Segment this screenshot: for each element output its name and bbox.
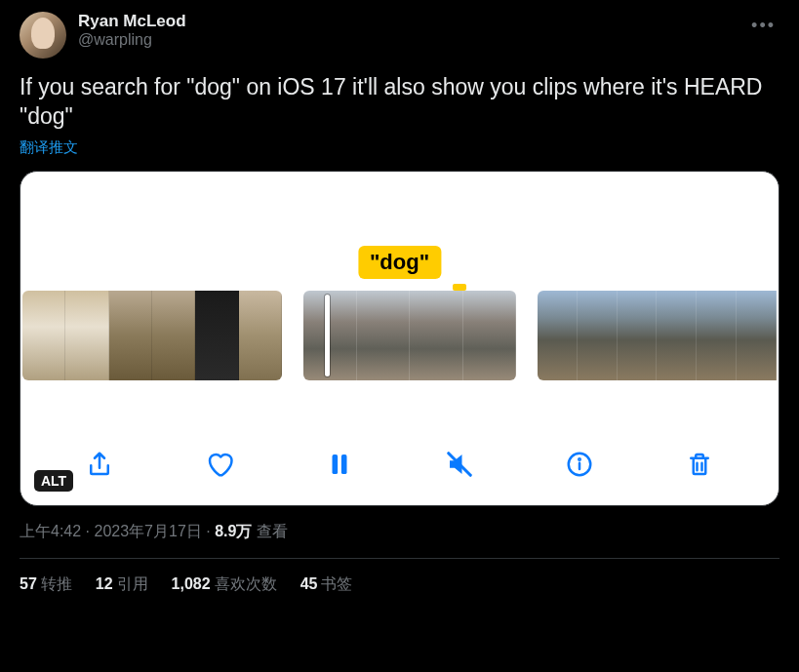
more-icon[interactable]: ••• xyxy=(747,12,779,40)
video-frame xyxy=(357,291,411,380)
pause-icon xyxy=(325,450,354,479)
video-frame xyxy=(657,291,697,380)
video-filmstrip xyxy=(20,291,779,380)
author-handle: @warpling xyxy=(78,31,736,49)
tweet-stats: 57转推 12引用 1,082喜欢次数 45书签 xyxy=(20,559,779,595)
search-term-tooltip: "dog" xyxy=(358,246,441,279)
video-frame xyxy=(195,291,238,380)
likes-stat[interactable]: 1,082喜欢次数 xyxy=(172,574,277,595)
retweets-count: 57 xyxy=(20,575,37,592)
views-count: 8.9万 xyxy=(215,523,252,539)
video-frame xyxy=(737,291,777,380)
heart-icon xyxy=(205,450,234,479)
video-frame xyxy=(65,291,108,380)
retweets-stat[interactable]: 57转推 xyxy=(20,574,72,595)
likes-count: 1,082 xyxy=(172,575,211,592)
tweet-date[interactable]: 2023年7月17日 xyxy=(94,523,201,539)
clip-group[interactable] xyxy=(22,291,282,380)
retweets-label: 转推 xyxy=(41,575,72,592)
video-frame xyxy=(152,291,195,380)
svg-point-5 xyxy=(579,458,580,460)
video-frame xyxy=(618,291,658,380)
favorite-button[interactable] xyxy=(200,445,239,484)
svg-rect-0 xyxy=(333,455,339,474)
clip-group[interactable] xyxy=(538,291,777,380)
quotes-count: 12 xyxy=(96,575,113,592)
pause-button[interactable] xyxy=(320,445,359,484)
video-frame xyxy=(463,291,517,380)
bookmarks-label: 书签 xyxy=(321,575,352,592)
bookmarks-stat[interactable]: 45书签 xyxy=(300,574,353,595)
share-icon xyxy=(85,450,114,479)
clip-group-active[interactable] xyxy=(303,291,516,380)
views-label[interactable]: 查看 xyxy=(257,523,288,539)
video-frame xyxy=(538,291,578,380)
video-frame xyxy=(697,291,737,380)
quotes-stat[interactable]: 12引用 xyxy=(96,574,148,595)
author-names[interactable]: Ryan McLeod @warpling xyxy=(78,12,736,49)
delete-button[interactable] xyxy=(680,445,719,484)
avatar[interactable] xyxy=(20,12,66,59)
alt-badge[interactable]: ALT xyxy=(34,470,73,492)
video-frame xyxy=(410,291,463,380)
quotes-label: 引用 xyxy=(117,575,148,592)
mute-button[interactable] xyxy=(440,445,479,484)
trash-icon xyxy=(685,450,714,479)
likes-label: 喜欢次数 xyxy=(215,575,277,592)
video-frame xyxy=(239,291,282,380)
tweet-header: Ryan McLeod @warpling ••• xyxy=(20,12,779,59)
video-frame xyxy=(22,291,65,380)
video-frame xyxy=(578,291,618,380)
share-button[interactable] xyxy=(80,445,119,484)
speaker-muted-icon xyxy=(445,450,474,479)
tweet-time[interactable]: 上午4:42 xyxy=(20,523,81,539)
playhead-marker-icon xyxy=(453,284,466,291)
info-icon xyxy=(565,450,594,479)
svg-rect-1 xyxy=(341,455,347,474)
bookmarks-count: 45 xyxy=(300,575,318,592)
media-attachment[interactable]: "dog" xyxy=(20,171,779,506)
display-name: Ryan McLeod xyxy=(78,12,736,31)
video-frame xyxy=(303,291,357,380)
tweet-container: Ryan McLeod @warpling ••• If you search … xyxy=(0,0,799,607)
info-button[interactable] xyxy=(560,445,599,484)
tweet-text: If you search for "dog" on iOS 17 it'll … xyxy=(20,72,779,131)
translate-link[interactable]: 翻译推文 xyxy=(20,138,779,157)
video-frame xyxy=(109,291,152,380)
tweet-meta: 上午4:42 · 2023年7月17日 · 8.9万 查看 xyxy=(20,522,779,559)
playhead-icon[interactable] xyxy=(325,295,330,376)
media-toolbar xyxy=(20,445,779,484)
